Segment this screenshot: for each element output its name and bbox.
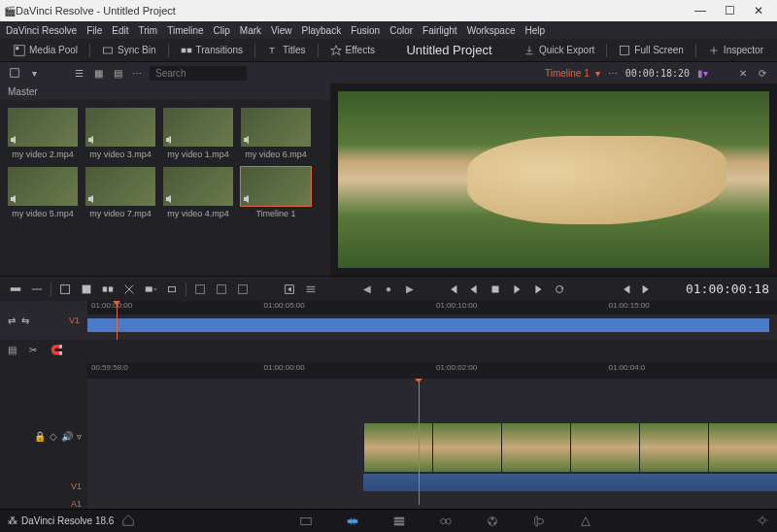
video-clip-segment[interactable] (501, 423, 570, 472)
video-clip-segment[interactable] (639, 423, 708, 472)
viewer-panel[interactable] (330, 83, 777, 276)
menu-playback[interactable]: Playback (302, 25, 342, 36)
track-v1-label[interactable]: V1 (69, 316, 80, 325)
mark-out-icon[interactable]: ▶ (402, 282, 418, 297)
prev-frame-button[interactable] (466, 282, 482, 297)
fit-icon[interactable] (121, 282, 137, 297)
next-frame-button[interactable] (530, 282, 546, 297)
mark-icon[interactable]: ● (381, 282, 396, 297)
mini-timeline-ruler[interactable]: 01:00:00:0001:00:05:0001:00:10:0001:00:1… (87, 301, 777, 315)
clip-item[interactable]: my video 7.mp4 (85, 167, 155, 218)
clip-item[interactable]: my video 2.mp4 (8, 108, 78, 159)
thumbnail-view-icon[interactable]: ▦ (91, 66, 105, 80)
menu-davinci-resolve[interactable]: DaVinci Resolve (6, 25, 77, 36)
settings-icon[interactable] (303, 282, 319, 297)
cut-page-button[interactable] (344, 513, 361, 530)
menu-color[interactable]: Color (389, 25, 413, 36)
menu-trim[interactable]: Trim (139, 25, 158, 36)
mode-icon-1[interactable] (192, 282, 208, 297)
viewer-timecode[interactable]: 00:00:18:20 (625, 68, 690, 79)
play-button[interactable] (509, 282, 524, 297)
chevron-down-icon[interactable]: ▾ (595, 68, 600, 79)
marker-icon[interactable]: ▮▾ (695, 66, 709, 80)
clip-item[interactable]: my video 4.mp4 (163, 167, 233, 218)
menu-edit[interactable]: Edit (112, 25, 128, 36)
options-icon[interactable]: ⋯ (606, 66, 620, 80)
media-page-button[interactable] (297, 513, 315, 530)
timeline-name[interactable]: Timeline 1 (545, 68, 590, 79)
menu-fusion[interactable]: Fusion (351, 25, 380, 36)
full-screen-button[interactable]: Full Screen (613, 43, 690, 58)
fusion-page-button[interactable] (437, 513, 455, 530)
mute-icon[interactable]: ◇ (50, 431, 57, 442)
transport-timecode[interactable]: 01:00:00:18 (686, 282, 769, 296)
view-options-icon[interactable]: ⋯ (130, 66, 144, 80)
menu-clip[interactable]: Clip (214, 25, 230, 36)
mini-timeline-clip[interactable] (87, 318, 769, 332)
menu-fairlight[interactable]: Fairlight (422, 25, 457, 36)
titles-button[interactable]: TTitles (261, 43, 312, 58)
clip-item[interactable]: my video 6.mp4 (241, 108, 311, 159)
close-button[interactable]: ✕ (744, 4, 773, 17)
transitions-button[interactable]: Transitions (175, 43, 250, 58)
effects-button[interactable]: Effects (324, 43, 381, 58)
clip-item[interactable]: my video 1.mp4 (163, 108, 233, 159)
fairlight-page-button[interactable] (530, 513, 548, 530)
inspector-button[interactable]: Inspector (702, 43, 769, 58)
ripple-icon[interactable] (164, 282, 180, 297)
menu-help[interactable]: Help (524, 25, 545, 36)
track-v1-label-2[interactable]: V1 (71, 482, 82, 491)
edit-page-button[interactable] (390, 513, 408, 530)
cut-icon[interactable]: ✂ (29, 345, 43, 358)
search-input[interactable] (150, 66, 247, 81)
timeline-view-icon[interactable]: ▤ (8, 345, 21, 358)
menu-workspace[interactable]: Workspace (467, 25, 516, 36)
loop-button[interactable] (552, 282, 567, 297)
prev-edit-button[interactable] (618, 282, 633, 297)
mark-in-icon[interactable]: ◀ (359, 282, 375, 297)
video-clip-segment[interactable] (708, 423, 777, 472)
color-page-button[interactable] (484, 513, 501, 530)
timeline-playhead[interactable] (419, 379, 420, 505)
mini-tl-icon-2[interactable]: ⇆ (21, 316, 29, 326)
overwrite-icon[interactable] (79, 282, 94, 297)
snap-icon[interactable]: 🧲 (51, 345, 64, 358)
view-icon[interactable]: ▿ (77, 431, 82, 442)
master-bin-label[interactable]: Master (0, 83, 330, 100)
clip-item[interactable]: my video 5.mp4 (8, 167, 78, 218)
menu-mark[interactable]: Mark (240, 25, 261, 36)
mini-tl-icon-1[interactable]: ⇄ (8, 316, 16, 326)
quick-export-button[interactable]: Quick Export (518, 43, 600, 58)
list-view-icon[interactable]: ☰ (72, 66, 85, 80)
timeline-tracks[interactable] (87, 379, 777, 505)
stop-button[interactable] (488, 282, 503, 297)
video-clip-segment[interactable] (570, 423, 639, 472)
media-pool-button[interactable]: Media Pool (8, 43, 84, 58)
video-clip-row[interactable] (363, 423, 777, 472)
mode-icon-3[interactable] (235, 282, 251, 297)
deliver-page-button[interactable] (577, 513, 594, 530)
project-settings-button[interactable] (756, 514, 769, 529)
append-icon[interactable] (143, 282, 158, 297)
grid-view-icon[interactable]: ▤ (111, 66, 124, 80)
chevron-down-icon[interactable]: ▾ (27, 66, 41, 80)
video-clip-segment[interactable] (432, 423, 501, 472)
home-button[interactable] (121, 514, 135, 529)
menu-view[interactable]: View (271, 25, 292, 36)
tool-icon-2[interactable] (29, 282, 45, 297)
mini-playhead[interactable] (117, 301, 118, 340)
loop-icon[interactable]: ⟳ (756, 66, 769, 80)
clip-item[interactable]: Timeline 1 (241, 167, 311, 218)
menu-timeline[interactable]: Timeline (167, 25, 203, 36)
bypass-icon[interactable]: ✕ (736, 66, 750, 80)
maximize-button[interactable]: ☐ (715, 4, 744, 17)
tool-icon[interactable] (8, 282, 23, 297)
first-frame-button[interactable] (445, 282, 460, 297)
timeline-ruler[interactable]: 00:59:58:001:00:00:0001:00:02:0001:00:04… (87, 363, 777, 379)
track-header-v1[interactable]: 🔒 ◇ 🔊 ▿ (0, 412, 87, 460)
clip-item[interactable]: my video 3.mp4 (85, 108, 155, 159)
match-frame-icon[interactable] (282, 282, 297, 297)
mini-timeline-track[interactable]: 01:00:00:0001:00:05:0001:00:10:0001:00:1… (87, 301, 777, 340)
mode-icon-2[interactable] (214, 282, 229, 297)
menu-file[interactable]: File (86, 25, 102, 36)
